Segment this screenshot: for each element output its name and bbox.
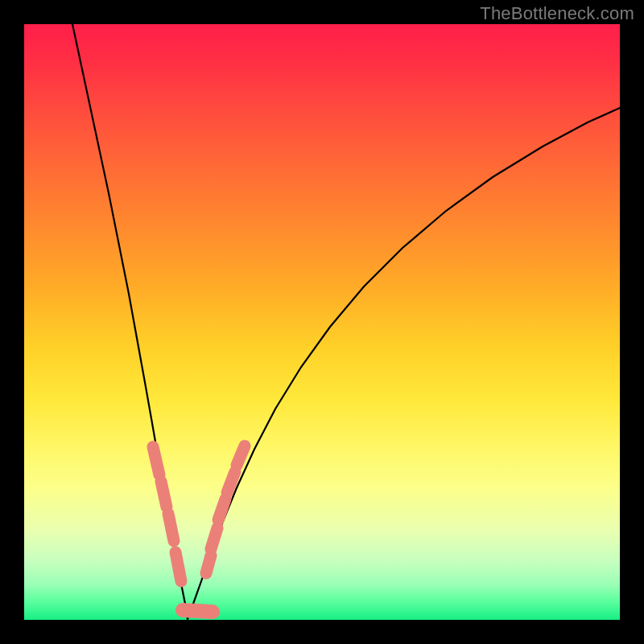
bead-marker — [227, 472, 235, 493]
curve-right-branch — [188, 108, 620, 619]
bead-marker — [218, 499, 225, 520]
watermark-text: TheBottleneck.com — [480, 3, 634, 24]
bead-marker — [168, 514, 174, 541]
curve-layer — [24, 24, 620, 620]
bead-marker — [206, 555, 211, 573]
bead-marker — [153, 447, 159, 475]
bead-marker — [175, 552, 181, 581]
bead-marker — [183, 610, 213, 612]
bead-marker — [211, 528, 217, 549]
bead-marker — [161, 481, 167, 507]
plot-area — [24, 24, 620, 620]
chart-stage: TheBottleneck.com — [0, 0, 644, 644]
bead-marker — [237, 446, 245, 465]
